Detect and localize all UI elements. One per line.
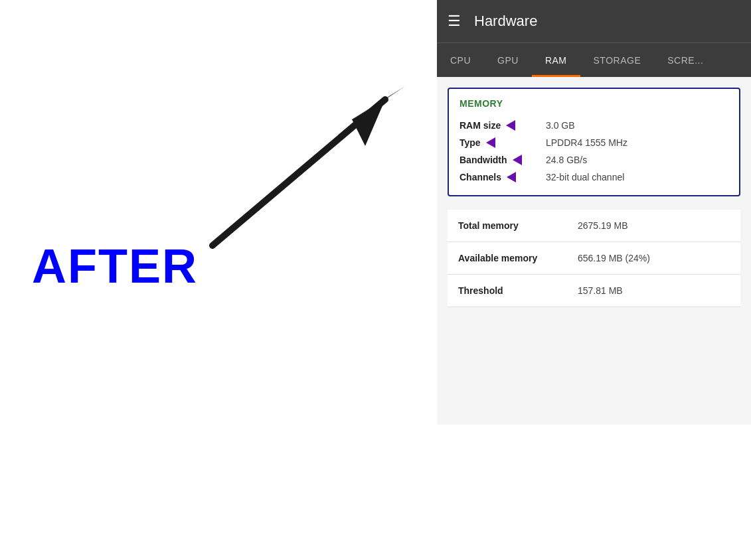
tab-storage[interactable]: STORAGE: [580, 43, 655, 77]
threshold-label: Threshold: [458, 285, 578, 296]
memory-card-header: MEMORY: [459, 98, 728, 109]
memory-row-channels: Channels 32-bit dual channel: [459, 169, 728, 186]
total-memory-label: Total memory: [458, 220, 578, 231]
tab-gpu[interactable]: GPU: [484, 43, 532, 77]
after-label: AFTER: [32, 239, 198, 293]
available-memory-label: Available memory: [458, 253, 578, 263]
tab-cpu[interactable]: CPU: [437, 43, 484, 77]
app-header: ☰ Hardware: [437, 0, 751, 42]
type-arrow-icon: [486, 137, 495, 148]
channels-label: Channels: [459, 172, 546, 182]
total-memory-value: 2675.19 MB: [578, 220, 628, 231]
threshold-value: 157.81 MB: [578, 285, 623, 296]
header-title: Hardware: [474, 13, 537, 30]
bandwidth-value: 24.8 GB/s: [546, 155, 587, 165]
memory-card: MEMORY RAM size 3.0 GB Type LPDDR4 1555 …: [448, 88, 740, 196]
hamburger-icon[interactable]: ☰: [448, 13, 461, 30]
arrow-annotation: [179, 80, 432, 265]
memory-row-type: Type LPDDR4 1555 MHz: [459, 134, 728, 151]
bandwidth-label: Bandwidth: [459, 155, 546, 165]
channels-value: 32-bit dual channel: [546, 172, 624, 182]
memory-row-ram-size: RAM size 3.0 GB: [459, 117, 728, 134]
bandwidth-arrow-icon: [513, 155, 522, 165]
tab-screen[interactable]: SCRE...: [654, 43, 716, 77]
stat-row-available-memory: Available memory 656.19 MB (24%): [448, 242, 740, 275]
channels-arrow-icon: [507, 172, 516, 182]
memory-row-bandwidth: Bandwidth 24.8 GB/s: [459, 151, 728, 169]
stats-section: Total memory 2675.19 MB Available memory…: [448, 210, 740, 307]
app-panel: ☰ Hardware CPU GPU RAM STORAGE SCRE... M…: [437, 0, 751, 425]
svg-marker-1: [352, 100, 385, 146]
stat-row-total-memory: Total memory 2675.19 MB: [448, 210, 740, 242]
tab-ram[interactable]: RAM: [532, 43, 580, 77]
ram-size-label: RAM size: [459, 120, 546, 131]
ram-size-value: 3.0 GB: [546, 120, 575, 131]
ram-size-arrow-icon: [506, 120, 515, 131]
available-memory-value: 656.19 MB (24%): [578, 253, 650, 263]
content-area: MEMORY RAM size 3.0 GB Type LPDDR4 1555 …: [437, 77, 751, 318]
type-value: LPDDR4 1555 MHz: [546, 137, 627, 148]
stat-row-threshold: Threshold 157.81 MB: [448, 275, 740, 307]
tabs-bar: CPU GPU RAM STORAGE SCRE...: [437, 42, 751, 77]
type-label: Type: [459, 137, 546, 148]
